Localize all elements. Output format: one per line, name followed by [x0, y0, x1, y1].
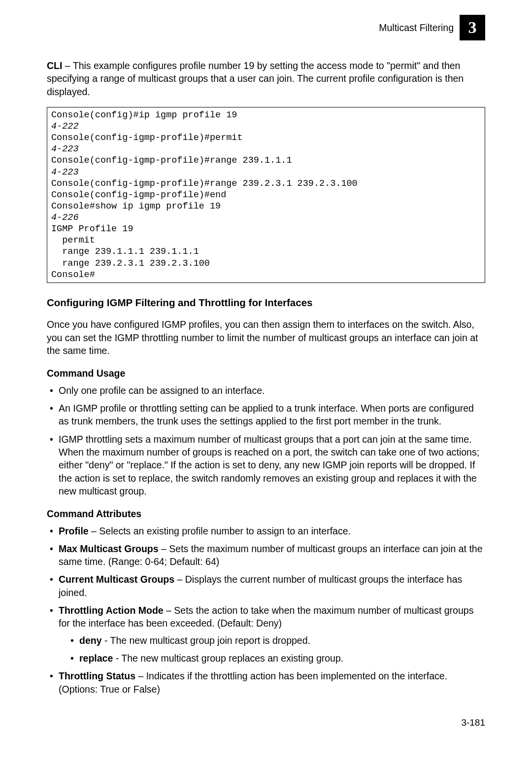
intro-paragraph: CLI – This example configures profile nu… [47, 59, 485, 98]
intro-text: – This example configures profile number… [47, 60, 464, 97]
command-attributes-heading: Command Attributes [47, 507, 485, 520]
chapter-badge: 3 [460, 15, 485, 40]
attr-name: Throttling Action Mode [59, 605, 164, 616]
cli-label: CLI [47, 60, 62, 71]
command-usage-heading: Command Usage [47, 367, 485, 380]
code-line: Console(config)#ip igmp profile 19 [51, 110, 237, 120]
page-number: 3-181 [47, 716, 485, 729]
command-usage-list: Only one profile can be assigned to an i… [47, 384, 485, 498]
attr-name: Max Multicast Groups [59, 543, 159, 554]
code-ref: 4-226 [51, 212, 79, 223]
list-item: replace - The new multicast group replac… [68, 652, 485, 665]
list-item: Current Multicast Groups – Displays the … [48, 573, 485, 599]
section-heading: Configuring IGMP Filtering and Throttlin… [47, 296, 485, 310]
attr-name: Throttling Status [59, 670, 135, 681]
chapter-number: 3 [468, 16, 477, 39]
header-title: Multicast Filtering [379, 21, 454, 34]
page-header: Multicast Filtering 3 [47, 15, 485, 40]
list-item: Throttling Status – Indicates if the thr… [48, 669, 485, 696]
code-line: Console(config-igmp-profile)#range 239.2… [51, 178, 358, 189]
attr-name: Profile [59, 526, 89, 536]
code-line: range 239.2.3.1 239.2.3.100 [51, 258, 210, 269]
sub-list: deny - The new multicast group join repo… [59, 634, 485, 665]
code-ref: 4-223 [51, 144, 79, 154]
code-line: range 239.1.1.1 239.1.1.1 [51, 246, 199, 257]
code-line: IGMP Profile 19 [51, 224, 133, 234]
code-line: Console(config-igmp-profile)#permit [51, 133, 243, 143]
section-paragraph: Once you have configured IGMP profiles, … [47, 318, 485, 357]
code-line: permit [51, 235, 95, 246]
list-item: IGMP throttling sets a maximum number of… [48, 433, 485, 498]
command-attributes-list: Profile – Selects an existing profile nu… [47, 525, 485, 696]
code-line: Console# [51, 270, 95, 280]
code-line: Console#show ip igmp profile 19 [51, 201, 221, 211]
list-item: Throttling Action Mode – Sets the action… [48, 604, 485, 665]
list-item: Only one profile can be assigned to an i… [48, 384, 485, 397]
code-line: Console(config-igmp-profile)#end [51, 190, 226, 200]
attr-name: replace [79, 653, 113, 664]
list-item: deny - The new multicast group join repo… [68, 634, 485, 647]
attr-name: Current Multicast Groups [59, 574, 174, 585]
attr-desc: - The new multicast group replaces an ex… [113, 653, 343, 664]
list-item: Max Multicast Groups – Sets the maximum … [48, 542, 485, 568]
attr-name: deny [79, 635, 102, 646]
code-line: Console(config-igmp-profile)#range 239.1… [51, 155, 292, 166]
code-ref: 4-223 [51, 167, 79, 177]
list-item: An IGMP profile or throttling setting ca… [48, 402, 485, 428]
code-ref: 4-222 [51, 121, 79, 132]
attr-desc: - The new multicast group join report is… [102, 635, 310, 646]
list-item: Profile – Selects an existing profile nu… [48, 525, 485, 537]
cli-code-block: Console(config)#ip igmp profile 19 4-222… [47, 107, 485, 283]
attr-desc: – Selects an existing profile number to … [89, 526, 351, 536]
